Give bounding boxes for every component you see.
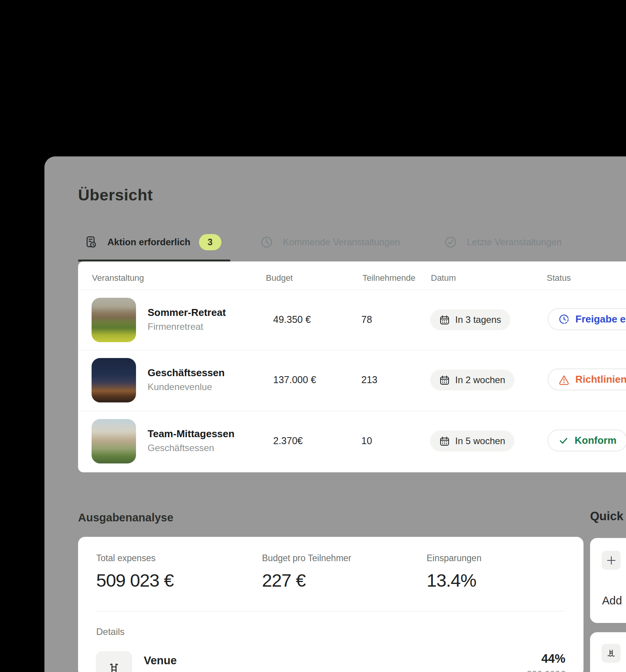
event-thumbnail [92,298,136,342]
table-row[interactable]: Team-Mittagessen Geschäftsessen 2.370€ 1… [78,411,626,471]
date-badge: In 2 wochen [430,370,514,390]
check-icon [558,435,569,446]
plus-icon[interactable] [602,551,621,570]
stat-budget-per-participant: Budget pro Teilnehmer 227 € [262,553,351,591]
divider [96,611,565,611]
column-header: Budget [266,273,293,283]
quick-add-card[interactable]: Add [590,538,626,623]
detail-row-amount: 226.000€ [527,669,565,672]
status-label: Freigabe erf [575,313,626,325]
event-thumbnail [92,419,136,463]
stat-value: 227 € [262,570,351,591]
column-header: Datum [431,273,456,283]
tab-badge-count: 3 [199,234,221,250]
status-label: Konform [575,434,616,446]
stat-label: Einsparungen [427,553,481,563]
upcoming-clock-icon [260,235,274,249]
event-budget: 137.000 € [273,374,316,385]
date-badge: In 3 tagens [430,309,510,330]
ladder-icon [107,662,121,672]
event-name: Geschäftsessen [148,367,225,379]
tab-letzte-veranstaltungen[interactable]: Letzte Veranstaltungen [444,232,562,252]
quick-section-title: Quick [590,509,623,523]
calendar-icon [439,315,450,325]
clock-pending-icon [558,314,570,325]
column-header: Teilnehmende [362,273,415,283]
tab-aktion-erforderlich[interactable]: Aktion erforderlich 3 [84,232,221,252]
date-label: In 5 wochen [455,436,505,446]
event-name: Team-Mittagessen [148,428,235,440]
status-badge: Freigabe erf [548,308,626,330]
date-badge: In 5 wochen [430,431,514,451]
event-participants: 10 [361,435,372,446]
event-category: Firmenretreat [148,321,203,332]
page-title: Übersicht [78,186,153,204]
tab-kommende-veranstaltungen[interactable]: Kommende Veranstaltungen [260,232,400,252]
column-header: Veranstaltung [92,273,144,283]
check-circle-icon [444,235,458,249]
quick-add-label: Add [602,594,622,607]
column-header: Status [547,273,571,283]
warning-triangle-icon [558,374,570,385]
event-participants: 78 [361,314,372,325]
detail-row-percent: 44% [541,652,565,666]
stat-savings: Einsparungen 13.4% [427,553,481,591]
tab-label: Letzte Veranstaltungen [467,237,562,248]
quick-card-secondary[interactable] [590,632,626,672]
date-label: In 2 wochen [455,375,505,385]
tab-label: Aktion erforderlich [107,237,191,248]
analysis-section-title: Ausgabenanalyse [78,511,174,524]
date-label: In 3 tagens [455,314,501,325]
stat-value: 13.4% [427,570,481,591]
detail-row-label: Venue [144,654,177,667]
event-name: Sommer-Retreat [148,307,226,319]
event-category: Kundenevenlue [148,382,212,392]
status-badge: Konform [548,429,626,451]
stat-label: Total expenses [96,553,174,563]
document-clock-icon [84,235,98,249]
event-budget: 49.350 € [273,314,311,325]
stat-total-expenses: Total expenses 509 023 € [96,553,174,591]
details-heading: Details [96,626,124,637]
venue-icon-tile [96,651,132,672]
tab-label: Kommende Veranstaltungen [283,237,400,248]
analysis-card: Total expenses 509 023 € Budget pro Teil… [78,537,583,672]
calendar-icon [439,375,450,385]
status-badge: Richtlinienw [548,368,626,390]
status-label: Richtlinienw [575,373,626,385]
event-participants: 213 [361,374,378,385]
event-thumbnail [92,358,136,402]
event-category: Geschäftsessen [148,443,214,453]
pool-ladder-icon [602,644,621,663]
stat-value: 509 023 € [96,570,174,591]
table-row[interactable]: Sommer-Retreat Firmenretreat 49.350 € 78… [78,290,626,350]
table-row[interactable]: Geschäftsessen Kundenevenlue 137.000 € 2… [78,350,626,410]
stat-label: Budget pro Teilnehmer [262,553,351,563]
calendar-icon [439,436,450,446]
events-table: Veranstaltung Budget Teilnehmende Datum … [78,261,626,472]
event-budget: 2.370€ [273,435,303,446]
